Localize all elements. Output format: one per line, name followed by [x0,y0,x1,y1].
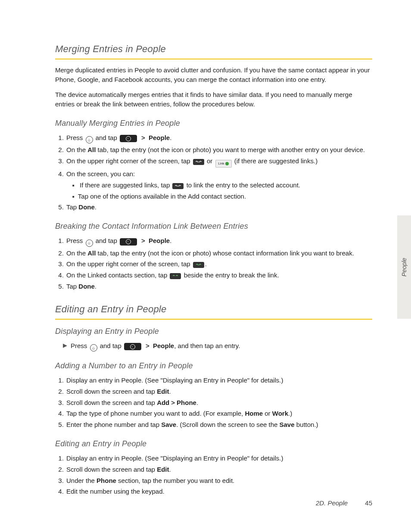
steps-editing-entry: Display an entry in People. (See "Displa… [55,454,372,496]
txt: to link the entry to the selected accoun… [187,181,300,189]
txt: Under the [66,477,97,484]
txt: On the [66,146,87,153]
txt: (if there are suggested links.) [234,157,318,165]
steps-adding-number: Display an entry in People. (See "Displa… [55,376,372,429]
txt: . [196,399,198,406]
txt-bold: Add [157,399,169,406]
txt: and tap [100,342,123,349]
step: Tap Done. [65,282,372,291]
txt: and tap [96,134,119,141]
txt: Enter the phone number and tap [66,421,161,428]
txt: Scroll down the screen and tap [66,388,157,395]
rule [55,319,372,320]
txt-bold: Home [245,410,263,417]
home-icon: ⌂ [86,136,93,143]
step: On the Linked contacts section, tap besi… [65,271,372,280]
txt: . [95,203,97,211]
apps-icon [120,238,137,246]
txt: . [205,260,207,268]
txt: Press [66,134,85,141]
txt: . (Scroll down the screen to see the [176,421,279,428]
txt: tab, tap the entry (not the icon or phot… [96,249,354,257]
page: Merging Entries in People Merge duplicat… [0,0,411,532]
heading-break-link: Breaking the Contact Information Link Be… [55,221,372,232]
txt: .) [288,410,292,417]
home-icon: ⌂ [86,240,93,247]
substeps: If there are suggested links, tap to lin… [72,180,372,201]
side-tab-label: People [400,258,408,277]
txt: Tap the type of phone number you want to… [66,410,245,417]
chevron-icon: > [146,342,149,349]
txt: . [169,466,171,473]
step: On the All tab, tap the entry (not the i… [65,145,372,155]
step: Press ⌂ and tap > People. [65,236,372,247]
step: On the screen, you can: If there are sug… [65,169,372,201]
step: Tap Done. [65,202,372,212]
side-tab: People [397,215,411,319]
txt: Scroll down the screen and tap [66,399,157,406]
chevron-icon: > [171,399,175,406]
heading-editing: Editing an Entry in People [55,302,372,316]
txt: . [170,237,171,244]
footer-section: 2D. People [316,499,348,507]
steps-break-link: Press ⌂ and tap > People. On the All tab… [55,236,372,291]
step: Display an entry in People. (See "Displa… [65,454,372,463]
footer: 2D. People 45 [316,498,372,508]
page-number: 45 [365,499,372,507]
chevron-icon: > [141,237,145,244]
txt: Tap [66,283,78,290]
txt-bold: People [149,237,170,244]
steps-manual-merge: Press ⌂ and tap > People. On the All tab… [55,133,372,212]
txt-bold: Phone [177,399,196,406]
txt: or [207,157,215,165]
txt: button.) [295,421,318,428]
txt-bold: Done [78,283,95,290]
unlink-icon [170,273,181,279]
txt-bold: Work [272,410,288,417]
step: Tap the type of phone number you want to… [65,409,372,418]
rule [55,59,372,59]
chevron-icon: > [141,134,145,141]
step: Press ⌂ and tap > People. [65,133,372,144]
txt: . [95,283,97,290]
txt: . [169,388,171,395]
link-suggest-icon: Link [215,160,232,168]
step: Scroll down the screen and tap Edit. [65,465,372,474]
step: Display an entry in People. (See "Displa… [65,376,372,385]
txt: tab, tap the entry (not the icon or phot… [96,146,365,153]
step: Scroll down the screen and tap Edit. [65,387,372,396]
txt-line: Press ⌂ and tap > People, and then tap a… [71,341,240,352]
txt: Tap [66,203,78,211]
txt: On the [66,249,87,257]
txt: On the screen, you can: [66,170,135,177]
bullet-row: ▶ Press ⌂ and tap > People, and then tap… [63,341,372,352]
heading-editing-entry: Editing an Entry in People [55,438,372,449]
substep: If there are suggested links, tap to lin… [72,180,372,190]
step: On the upper right corner of the screen,… [65,156,372,168]
txt: Press [66,237,85,244]
apps-icon [120,135,137,142]
txt: On the upper right corner of the screen,… [66,260,192,268]
step: Enter the phone number and tap Save. (Sc… [65,420,372,429]
txt: Press [71,342,89,349]
heading-merging: Merging Entries in People [55,42,372,56]
txt: beside the entry to break the link. [184,271,279,279]
txt: On the upper right corner of the screen,… [66,157,192,165]
txt: On the Linked contacts section, tap [66,271,169,279]
home-icon: ⌂ [90,344,97,352]
step: Edit the number using the keypad. [65,487,372,496]
apps-icon [124,343,141,350]
triangle-icon: ▶ [63,341,67,350]
txt-bold: People [153,342,174,349]
txt-bold: Phone [97,477,116,484]
linked-icon [193,262,204,268]
txt-bold: All [87,146,96,153]
step: On the upper right corner of the screen,… [65,259,372,269]
link-icon [193,159,204,165]
txt-bold: Edit [157,388,169,395]
substep: Tap one of the options available in the … [72,192,372,201]
heading-adding-number: Adding a Number to an Entry in People [55,360,372,371]
txt-bold: Done [78,203,95,211]
txt: If there are suggested links, tap [80,181,171,189]
txt: and tap [96,237,119,244]
